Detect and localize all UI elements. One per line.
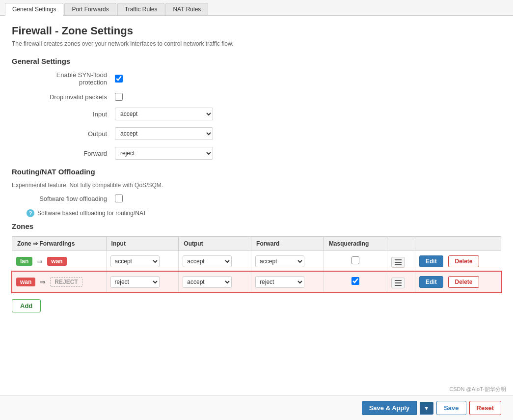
drop-invalid-row: Drop invalid packets <box>12 93 501 101</box>
lan-actions-cell: Edit Delete <box>415 251 501 272</box>
output-row: Output accept reject drop <box>12 127 501 140</box>
page-description: The firewall creates zones over your net… <box>12 40 501 47</box>
output-label: Output <box>27 130 115 138</box>
syn-flood-checkbox[interactable] <box>115 75 123 83</box>
col-output: Output <box>179 237 251 251</box>
input-row: Input accept reject drop <box>12 108 501 120</box>
wan-masq-cell[interactable] <box>324 272 387 292</box>
zones-title: Zones <box>12 222 501 230</box>
lan-menu-icon[interactable] <box>391 257 405 268</box>
wan-zone-cell: wan ⇒ REJECT <box>12 272 107 292</box>
wan-input-select[interactable]: accept reject drop <box>110 276 160 288</box>
wan-output-select[interactable]: accept reject drop <box>183 276 232 288</box>
general-settings-title: General Settings <box>12 57 501 65</box>
lan-forwarding-badge: wan <box>47 257 66 266</box>
input-select[interactable]: accept reject drop <box>115 108 213 120</box>
save-apply-button[interactable]: Save & Apply <box>362 401 417 415</box>
syn-flood-label: Enable SYN-flood protection <box>27 71 115 86</box>
lan-delete-button[interactable]: Delete <box>448 255 479 267</box>
tab-general-settings[interactable]: General Settings <box>5 3 63 16</box>
lan-input-cell[interactable]: accept reject drop <box>106 251 179 272</box>
lan-menu-cell[interactable] <box>387 251 415 272</box>
lan-output-cell[interactable]: accept reject drop <box>179 251 251 272</box>
software-offload-checkbox[interactable] <box>115 195 123 202</box>
routing-title: Routing/NAT Offloading <box>12 168 501 176</box>
col-masquerading: Masquerading <box>324 237 387 251</box>
wan-output-cell[interactable]: accept reject drop <box>179 272 251 292</box>
offload-hint: ? Software based offloading for routing/… <box>27 209 501 217</box>
wan-masq-checkbox[interactable] <box>351 277 359 285</box>
tab-bar: General Settings Port Forwards Traffic R… <box>0 0 513 16</box>
wan-arrow: ⇒ <box>40 278 46 286</box>
zones-section: Zones Zone ⇒ Forwardings Input Output Fo… <box>12 222 501 312</box>
offload-hint-text: Software based offloading for routing/NA… <box>37 210 146 217</box>
col-zone-forwardings: Zone ⇒ Forwardings <box>12 237 107 251</box>
add-zone-button[interactable]: Add <box>12 299 41 312</box>
save-button[interactable]: Save <box>436 401 466 415</box>
wan-forwarding-badge: REJECT <box>50 277 82 287</box>
save-apply-dropdown-button[interactable]: ▼ <box>420 402 433 415</box>
lan-forward-cell[interactable]: accept reject drop <box>251 251 324 272</box>
syn-flood-row: Enable SYN-flood protection <box>12 71 501 86</box>
reset-button[interactable]: Reset <box>469 401 501 415</box>
lan-zone-badge: lan <box>16 257 32 266</box>
page-title: Firewall - Zone Settings <box>12 25 501 37</box>
forward-label: Forward <box>27 150 115 157</box>
lan-zone-cell: lan ⇒ wan <box>12 251 107 272</box>
wan-actions-cell: Edit Delete <box>415 272 501 292</box>
forward-row: Forward accept reject drop <box>12 147 501 160</box>
lan-arrow: ⇒ <box>37 257 43 265</box>
tab-port-forwards[interactable]: Port Forwards <box>64 3 116 15</box>
col-input: Input <box>106 237 179 251</box>
software-offload-label: Software flow offloading <box>27 195 115 202</box>
wan-edit-button[interactable]: Edit <box>419 276 443 288</box>
info-icon: ? <box>27 209 34 217</box>
wan-forward-select[interactable]: accept reject drop <box>255 276 304 288</box>
wan-zone-badge: wan <box>16 278 35 286</box>
watermark: CSDN @AIoT-韶华分明 <box>449 386 506 393</box>
software-offload-row: Software flow offloading <box>12 195 501 202</box>
col-actions-2 <box>415 237 501 251</box>
col-actions-1 <box>387 237 415 251</box>
lan-masq-checkbox[interactable] <box>351 256 359 264</box>
wan-input-cell[interactable]: accept reject drop <box>106 272 179 292</box>
lan-masq-cell[interactable] <box>324 251 387 272</box>
routing-description: Experimental feature. Not fully compatib… <box>12 182 501 189</box>
wan-forward-cell[interactable]: accept reject drop <box>251 272 324 292</box>
wan-menu-cell[interactable] <box>387 272 415 292</box>
lan-input-select[interactable]: accept reject drop <box>110 255 160 267</box>
wan-delete-button[interactable]: Delete <box>448 276 479 288</box>
lan-output-select[interactable]: accept reject drop <box>183 255 232 267</box>
drop-invalid-checkbox[interactable] <box>115 93 123 101</box>
table-row: wan ⇒ REJECT accept reject drop <box>12 272 501 292</box>
tab-nat-rules[interactable]: NAT Rules <box>165 3 208 15</box>
output-select[interactable]: accept reject drop <box>115 127 213 140</box>
col-forward: Forward <box>251 237 324 251</box>
lan-edit-button[interactable]: Edit <box>419 255 443 267</box>
table-row: lan ⇒ wan accept reject drop <box>12 251 501 272</box>
forward-select[interactable]: accept reject drop <box>115 147 213 160</box>
lan-forward-select[interactable]: accept reject drop <box>255 255 304 267</box>
drop-invalid-label: Drop invalid packets <box>27 93 115 101</box>
tab-traffic-rules[interactable]: Traffic Rules <box>117 3 165 15</box>
bottom-bar: Save & Apply ▼ Save Reset <box>0 395 513 420</box>
wan-menu-icon[interactable] <box>391 278 405 288</box>
input-label: Input <box>27 111 115 118</box>
zones-table: Zone ⇒ Forwardings Input Output Forward … <box>12 236 501 292</box>
